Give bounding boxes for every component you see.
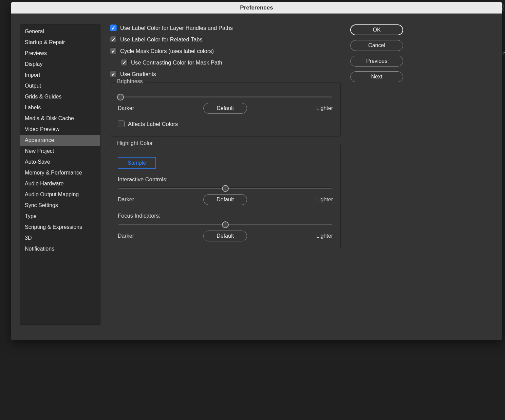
ok-button[interactable]: OK bbox=[350, 24, 403, 35]
brightness-legend: Brightness bbox=[115, 78, 145, 85]
sidebar-item-sync-settings[interactable]: Sync Settings bbox=[20, 200, 100, 211]
checkbox-icon bbox=[110, 71, 117, 77]
checkbox-contrasting-mask-path[interactable]: Use Contrasting Color for Mask Path bbox=[121, 59, 341, 66]
sidebar-item-type[interactable]: Type bbox=[20, 211, 100, 222]
slider-track bbox=[118, 96, 332, 97]
sidebar-item-video-preview[interactable]: Video Preview bbox=[20, 124, 100, 135]
checkbox-icon bbox=[110, 24, 117, 31]
highlight-sample[interactable]: Sample bbox=[118, 157, 156, 169]
checkbox-label: Use Label Color for Layer Handles and Pa… bbox=[120, 25, 233, 31]
dialog-title: Preferences bbox=[11, 2, 502, 14]
sidebar-item-appearance[interactable]: Appearance bbox=[20, 135, 100, 146]
previous-button[interactable]: Previous bbox=[350, 56, 403, 67]
lighter-label: Lighter bbox=[316, 105, 333, 111]
brightness-default-button[interactable]: Default bbox=[203, 103, 247, 114]
interactive-slider-labels: Darker Default Lighter bbox=[118, 194, 333, 205]
sidebar-item-media-disk-cache[interactable]: Media & Disk Cache bbox=[20, 113, 100, 124]
lighter-label: Lighter bbox=[316, 233, 333, 239]
checkbox-label: Cycle Mask Colors (uses label colors) bbox=[120, 48, 214, 54]
slider-track bbox=[118, 224, 332, 225]
main-panel: Use Label Color for Layer Handles and Pa… bbox=[110, 24, 492, 329]
checkbox-icon bbox=[121, 59, 128, 66]
checkbox-cycle-mask-colors[interactable]: Cycle Mask Colors (uses label colors) bbox=[110, 48, 341, 54]
dialog-button-column: OK Cancel Previous Next bbox=[350, 24, 403, 329]
sidebar-item-audio-hardware[interactable]: Audio Hardware bbox=[20, 178, 100, 189]
preferences-dialog: Preferences GeneralStartup & RepairPrevi… bbox=[11, 2, 502, 340]
focus-indicators-label: Focus Indicators: bbox=[118, 213, 333, 219]
sidebar-item-labels[interactable]: Labels bbox=[20, 102, 100, 113]
checkbox-label-related-tabs[interactable]: Use Label Color for Related Tabs bbox=[110, 36, 341, 43]
dialog-body: GeneralStartup & RepairPreviewsDisplayIm… bbox=[11, 14, 502, 340]
checkbox-affects-label-colors[interactable]: Affects Label Colors bbox=[118, 121, 333, 127]
next-button[interactable]: Next bbox=[350, 71, 403, 82]
checkbox-icon bbox=[110, 48, 117, 54]
sidebar-item-notifications[interactable]: Notifications bbox=[20, 243, 100, 254]
checkbox-label: Use Gradients bbox=[120, 71, 156, 77]
appearance-settings: Use Label Color for Layer Handles and Pa… bbox=[110, 24, 341, 329]
focus-default-button[interactable]: Default bbox=[203, 231, 247, 241]
sidebar-item-new-project[interactable]: New Project bbox=[20, 146, 100, 157]
sidebar-item-startup-repair[interactable]: Startup & Repair bbox=[20, 37, 100, 48]
interactive-controls-label: Interactive Controls: bbox=[118, 176, 333, 183]
interactive-controls-slider[interactable] bbox=[118, 183, 333, 189]
sidebar-item-output[interactable]: Output bbox=[20, 80, 100, 91]
highlight-color-group: Highlight Color Sample Interactive Contr… bbox=[110, 144, 341, 249]
sidebar-item-auto-save[interactable]: Auto-Save bbox=[20, 157, 100, 167]
slider-knob[interactable] bbox=[117, 94, 124, 101]
sidebar-item-grids-guides[interactable]: Grids & Guides bbox=[20, 91, 100, 102]
slider-knob[interactable] bbox=[222, 221, 229, 228]
checkbox-icon bbox=[118, 121, 125, 127]
checkbox-use-gradients[interactable]: Use Gradients bbox=[110, 71, 341, 77]
focus-indicators-slider[interactable] bbox=[118, 219, 333, 225]
cancel-button[interactable]: Cancel bbox=[350, 40, 403, 51]
sidebar-item-scripting-expressions[interactable]: Scripting & Expressions bbox=[20, 222, 100, 233]
sidebar-item-memory-performance[interactable]: Memory & Performance bbox=[20, 167, 100, 178]
brightness-slider-labels: Darker Default Lighter bbox=[118, 103, 333, 114]
slider-track bbox=[118, 187, 332, 189]
lighter-label: Lighter bbox=[316, 197, 333, 203]
checkbox-icon bbox=[110, 36, 117, 43]
brightness-slider[interactable] bbox=[118, 91, 333, 97]
brightness-group: Brightness Darker Default Lighter Affect… bbox=[110, 82, 341, 136]
darker-label: Darker bbox=[118, 233, 134, 239]
checkbox-label: Affects Label Colors bbox=[128, 121, 178, 127]
slider-knob[interactable] bbox=[222, 185, 229, 192]
preferences-sidebar: GeneralStartup & RepairPreviewsDisplayIm… bbox=[20, 24, 100, 325]
darker-label: Darker bbox=[118, 105, 134, 111]
sidebar-item-general[interactable]: General bbox=[20, 26, 100, 37]
sidebar-item-previews[interactable]: Previews bbox=[20, 48, 100, 59]
checkbox-label-layer-handles[interactable]: Use Label Color for Layer Handles and Pa… bbox=[110, 24, 341, 31]
sidebar-item-import[interactable]: Import bbox=[20, 70, 100, 80]
sidebar-item-3d[interactable]: 3D bbox=[20, 233, 100, 243]
checkbox-label: Use Label Color for Related Tabs bbox=[120, 36, 203, 43]
sidebar-item-display[interactable]: Display bbox=[20, 59, 100, 70]
interactive-default-button[interactable]: Default bbox=[203, 194, 247, 205]
darker-label: Darker bbox=[118, 197, 134, 203]
sidebar-item-audio-output-mapping[interactable]: Audio Output Mapping bbox=[20, 189, 100, 200]
highlight-legend: Highlight Color bbox=[115, 140, 155, 146]
focus-slider-labels: Darker Default Lighter bbox=[118, 231, 333, 241]
checkbox-label: Use Contrasting Color for Mask Path bbox=[131, 59, 222, 66]
